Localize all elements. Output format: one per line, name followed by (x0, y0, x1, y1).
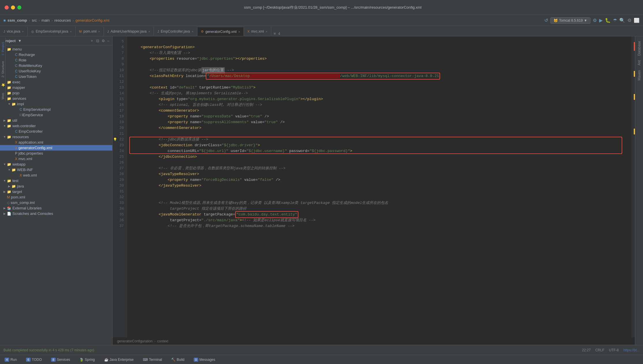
sidebar-item-web-controller[interactable]: ▼ 📁 web.controller (0, 123, 112, 129)
tab-maven[interactable]: Maven (636, 68, 642, 83)
run-config-button[interactable]: 🐱 Tomcat 8.5.619 ▼ (550, 17, 590, 24)
coverage-icon[interactable]: ☂ (613, 18, 617, 23)
code-line-12 (127, 79, 631, 85)
class-icon-userrolekey: C (15, 69, 18, 73)
close-button[interactable] (5, 5, 9, 10)
tab-adminusermapper[interactable]: J AdminUserMapper.java × (104, 27, 154, 36)
tool-services[interactable]: 8 Services (49, 357, 72, 362)
sidebar-item-usertoken[interactable]: C UserToken (0, 74, 112, 79)
sidebar-item-iempservice[interactable]: I IEmpService (0, 112, 112, 118)
debug-icon[interactable]: 🐛 (605, 18, 611, 23)
breadcrumb-project[interactable]: ssm_comp (8, 18, 27, 22)
line-num-25: 25 (113, 154, 127, 160)
tab-close-generatorconfig[interactable]: × (238, 30, 240, 33)
error-marker-1 (634, 42, 635, 51)
sidebar-item-util[interactable]: ▶ 📁 util (0, 118, 112, 123)
minimize-button[interactable] (11, 5, 15, 10)
breadcrumb-path-generatorconfiguration[interactable]: generatorConfiguration (117, 339, 153, 343)
line-num-9: 9 (113, 62, 127, 67)
tab-close-adminusermapper[interactable]: × (148, 30, 150, 33)
sidebar-item-webapp[interactable]: ▼ 📁 webapp (0, 162, 112, 167)
sidebar-item-mvc-xml[interactable]: X mvc.xml (0, 156, 112, 162)
vtab-web[interactable]: Web (0, 91, 6, 102)
sidebar-item-test[interactable]: ▼ 📁 test (0, 178, 112, 183)
sidebar-item-empcontroller[interactable]: C EmpController (0, 129, 112, 134)
tab-pom[interactable]: M pom.xml × (76, 27, 104, 36)
tool-build[interactable]: 🔨 Build (169, 357, 187, 362)
tab-generatorconfig[interactable]: ⚙ generatorConfig.xml × (197, 27, 244, 36)
code-line-26 (127, 160, 631, 166)
add-file-icon[interactable]: ＋ (90, 38, 94, 43)
props-icon-jdbc: P (15, 151, 17, 155)
sidebar-item-resources[interactable]: ▼ 📁 resources (0, 134, 112, 140)
expand-icon[interactable]: ⬜ (634, 18, 640, 23)
tool-java-enterprise[interactable]: ☕ Java Enterprise (102, 357, 136, 362)
breadcrumb-resources[interactable]: resources (54, 18, 71, 22)
tool-todo[interactable]: 6 TODO (24, 357, 44, 362)
code-editor[interactable]: <generatorConfiguration> <!--导入属性配置 --> … (127, 36, 631, 337)
sidebar-item-target[interactable]: ▶ 📁 target (0, 189, 112, 194)
breadcrumb-path-context[interactable]: context (157, 339, 169, 343)
breadcrumb-file[interactable]: generatorConfig.xml (76, 18, 109, 22)
status-git[interactable]: https://bt... (623, 348, 640, 352)
sidebar-item-exec[interactable]: ▶ 📁 exec (0, 79, 112, 85)
more-tabs[interactable]: ≡ 4 (271, 32, 283, 36)
sidebar-item-scratches[interactable]: ▶ 📄 Scratches and Consoles (0, 211, 112, 216)
maximize-button[interactable] (17, 5, 21, 10)
tab-ant[interactable]: Ant (636, 58, 642, 68)
run-icon[interactable]: ▶ (599, 18, 603, 23)
vtab-favorites[interactable]: ⭐ (0, 81, 6, 89)
sidebar-item-menu[interactable]: ▼ 📁 menu (0, 46, 112, 52)
gear-icon[interactable]: ⚙ (102, 39, 105, 43)
sidebar-item-userrolekey[interactable]: C UserRoleKey (0, 68, 112, 74)
sidebar-label-rolemenukey: RoleMenuKey (19, 63, 42, 68)
sidebar-item-web-xml[interactable]: X web.xml (0, 172, 112, 178)
tool-run[interactable]: 4 Run (2, 357, 19, 362)
status-charset[interactable]: UTF-8 (609, 348, 619, 352)
settings-icon[interactable]: ⚙ (627, 18, 631, 23)
vtab-project[interactable]: 1: Project (0, 40, 6, 58)
tab-database[interactable]: Database (636, 39, 642, 58)
sidebar-item-application-xml[interactable]: X application.xml (0, 140, 112, 145)
tool-spring[interactable]: 🍃 Spring (77, 357, 97, 362)
vtab-structure[interactable]: 2: Structure (0, 59, 6, 80)
sidebar-item-external-libs[interactable]: ▶ 📚 External Libraries (0, 205, 112, 211)
breadcrumb-src[interactable]: src (32, 18, 37, 22)
tool-messages[interactable]: 0 Messages (191, 357, 218, 362)
sidebar-item-impl[interactable]: ▼ 📁 impl (0, 101, 112, 107)
sidebar-item-pojo[interactable]: ▶ 📁 pojo (0, 90, 112, 96)
search-icon[interactable]: 🔍 (619, 18, 625, 23)
sidebar-item-recharge[interactable]: C Recharge (0, 52, 112, 57)
tab-close-empserviceimpl[interactable]: × (70, 30, 72, 33)
tab-empcontroller[interactable]: J EmpController.java × (154, 27, 197, 36)
tab-close-empcontroller[interactable]: × (192, 30, 193, 33)
scroll-bar[interactable] (631, 36, 635, 337)
tool-terminal[interactable]: ⌨ Terminal (141, 357, 164, 362)
refresh-icon[interactable]: ↺ (544, 18, 548, 23)
collapse-icon[interactable]: ⊟ (96, 39, 99, 43)
sidebar-item-webinf[interactable]: ▼ 📁 WEB-INF (0, 167, 112, 172)
sidebar-item-services[interactable]: ▼ 📁 services (0, 96, 112, 101)
tab-close-vice[interactable]: × (22, 30, 24, 33)
sidebar-item-test-java[interactable]: ▶ 📁 java (0, 183, 112, 189)
tab-empserviceimpl[interactable]: ◎ EmpServiceImpl.java × (28, 27, 76, 36)
build-icon[interactable]: ⚙ (593, 18, 597, 23)
tab-close-mvc[interactable]: × (266, 30, 268, 33)
sidebar-item-mapper[interactable]: ▶ 📁 mapper (0, 85, 112, 90)
sidebar-item-jdbc-properties[interactable]: P jdbc.properties (0, 151, 112, 156)
sidebar-item-empserviceimpl[interactable]: C EmpServiceImpl (0, 107, 112, 112)
sidebar-arrow: ▼ (18, 39, 22, 43)
sidebar-item-ssm-comp-iml[interactable]: ◇ ssm_comp.iml (0, 200, 112, 205)
tab-mvc[interactable]: X mvc.xml × (244, 27, 271, 36)
sidebar-item-rolemenukey[interactable]: C RoleMenuKey (0, 63, 112, 68)
tab-close-pom[interactable]: × (98, 30, 100, 33)
breadcrumb-main[interactable]: main (42, 18, 50, 22)
sidebar-item-pom-xml[interactable]: M pom.xml (0, 194, 112, 200)
tab-vice-java[interactable]: J vice.java × (0, 27, 28, 36)
code-line-10: <!--指定特定数据库的jdbc驱 jar包的位置 --> (127, 67, 631, 73)
traffic-lights (5, 5, 21, 10)
sidebar-item-generatorconfig-xml[interactable]: X generatorConfig.xml (0, 145, 112, 151)
close-sidebar-icon[interactable]: – (107, 39, 109, 43)
sidebar-item-role[interactable]: C Role (0, 57, 112, 63)
bulb-icon[interactable]: 💡 (113, 137, 117, 142)
